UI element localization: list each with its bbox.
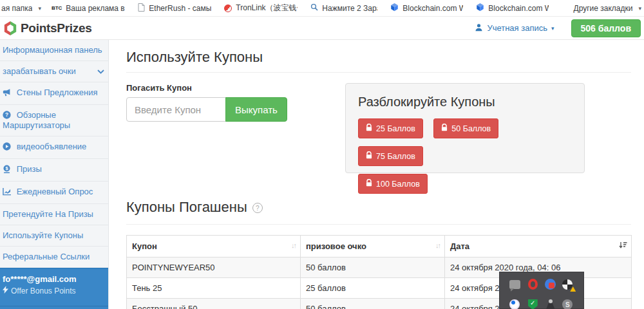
site-navbar: PointsPrizes Учетная запись ▾ 506 баллов bbox=[0, 17, 644, 40]
chevron-down-icon bbox=[97, 67, 104, 76]
sidebar-item-video-ads[interactable]: видеообъявление bbox=[0, 136, 108, 159]
caret-down-icon: ▾ bbox=[38, 5, 41, 12]
tray-pawn-app-icon[interactable] bbox=[545, 299, 556, 309]
svg-text:?: ? bbox=[5, 111, 8, 118]
unlock-75-points-button[interactable]: 75 Баллов bbox=[358, 146, 423, 166]
chart-line-icon bbox=[3, 188, 11, 198]
lock-icon bbox=[366, 179, 372, 189]
sidebar-item-dashboard[interactable]: Информационная панель bbox=[0, 40, 108, 61]
points-balance-badge[interactable]: 506 баллов bbox=[571, 19, 641, 37]
bookmark-etherrush[interactable]: EtherRush - самый bbox=[138, 3, 211, 14]
bookmark-btc-ad[interactable]: BTC Ваша реклама в с bbox=[52, 4, 125, 13]
pointsprizes-hexagon-icon bbox=[3, 21, 17, 36]
bookmark-blockchain-1[interactable]: Blockchain.com Wa bbox=[390, 3, 463, 14]
bookmarks-bar: ая папка ▾ BTC Ваша реклама в с EtherRus… bbox=[0, 0, 644, 17]
sort-icon: ↓↑ bbox=[435, 241, 440, 249]
sidebar: Информационная панель зарабатывать очки … bbox=[0, 40, 109, 309]
sidebar-item-claim-prizes[interactable]: Претендуйте На Призы bbox=[0, 204, 108, 225]
sort-desc-icon bbox=[619, 241, 627, 251]
unlock-50-points-button[interactable]: 50 Баллов bbox=[433, 118, 498, 138]
tray-opera-icon[interactable] bbox=[527, 279, 538, 290]
system-tray-popup: ✓ S bbox=[499, 272, 584, 309]
lock-icon bbox=[441, 124, 448, 133]
bookmark-tronlink[interactable]: TronLink（波宝钱包 bbox=[224, 3, 298, 14]
coupon-input[interactable] bbox=[126, 97, 226, 122]
sort-icon: ↓↑ bbox=[291, 241, 296, 249]
sidebar-item-survey-routers[interactable]: ? Обзорные Маршрутизаторы bbox=[0, 105, 108, 136]
sidebar-item-use-coupons[interactable]: Используйте Купоны bbox=[0, 225, 108, 247]
unlock-coupons-panel: Разблокируйте Купоны 25 Баллов 50 Баллов… bbox=[345, 83, 585, 173]
tray-s-app-icon[interactable]: S bbox=[562, 299, 574, 309]
sidebar-item-prizes[interactable]: $ Призы bbox=[0, 159, 108, 182]
unlock-100-points-button[interactable]: 100 Баллов bbox=[358, 174, 428, 194]
lock-icon bbox=[366, 151, 372, 161]
tray-notes-icon[interactable] bbox=[509, 279, 521, 290]
btc-icon: BTC bbox=[52, 5, 62, 11]
sidebar-item-daily-poll[interactable]: Ежедневный Опрос bbox=[0, 182, 108, 204]
redeem-coupon-label: Погасить Купон bbox=[126, 83, 345, 93]
unlock-coupons-title: Разблокируйте Купоны bbox=[358, 95, 572, 109]
blockchain-cube-icon bbox=[390, 3, 399, 14]
bookmark-click2earn[interactable]: Нажмите 2 Зараб bbox=[310, 3, 377, 13]
brand-logo[interactable]: PointsPrizes bbox=[3, 21, 91, 36]
bolt-icon bbox=[3, 286, 8, 296]
other-bookmarks-button[interactable]: Другие закладки ▾ bbox=[574, 4, 641, 13]
magnifier-icon bbox=[310, 3, 318, 13]
column-header-points[interactable]: призовое очко ↓↑ bbox=[301, 236, 445, 258]
column-header-date[interactable]: Дата bbox=[445, 236, 632, 258]
megaphone-icon bbox=[3, 89, 11, 98]
account-menu[interactable]: Учетная запись ▾ bbox=[475, 23, 554, 33]
bookmark-folder[interactable]: ая папка ▾ bbox=[1, 4, 41, 13]
brand-name: PointsPrizes bbox=[21, 21, 91, 35]
page-icon bbox=[138, 3, 145, 14]
tray-media-player-icon[interactable] bbox=[509, 299, 521, 309]
caret-down-icon: ▾ bbox=[638, 5, 641, 12]
play-circle-icon bbox=[3, 142, 11, 153]
sidebar-item-referral-links[interactable]: Реферальные Ссылки bbox=[0, 247, 108, 268]
account-qq-offer[interactable]: 90******@qq.com Offer Bonus Points bbox=[0, 306, 108, 309]
caret-down-icon: ▾ bbox=[551, 25, 554, 32]
sidebar-accounts: fo*****@gmail.com Offer Bonus Points 90*… bbox=[0, 268, 108, 309]
sidebar-item-earn-points[interactable]: зарабатывать очки bbox=[0, 61, 108, 82]
tray-defender-warning-icon[interactable] bbox=[562, 279, 574, 290]
tronlink-icon bbox=[224, 5, 232, 12]
help-icon[interactable]: ? bbox=[252, 203, 263, 213]
bookmark-blockchain-2[interactable]: Blockchain.com Wa bbox=[476, 3, 549, 14]
page-title: Используйте Купоны bbox=[126, 49, 631, 73]
question-circle-icon: ? bbox=[3, 111, 11, 121]
unlock-25-points-button[interactable]: 25 Баллов bbox=[358, 118, 423, 138]
person-icon bbox=[475, 23, 483, 33]
blockchain-cube-icon bbox=[476, 3, 484, 14]
sidebar-item-offer-walls[interactable]: Стены Предложения bbox=[0, 82, 108, 105]
tray-antivirus-shield-icon[interactable]: ✓ bbox=[527, 299, 538, 309]
redeem-button[interactable]: Выкупать bbox=[225, 97, 287, 122]
column-header-coupon[interactable]: Купон ↓↑ bbox=[127, 236, 301, 258]
account-gmail-offer[interactable]: fo*****@gmail.com Offer Bonus Points bbox=[0, 269, 108, 306]
coin-icon: $ bbox=[3, 165, 11, 175]
lock-icon bbox=[366, 124, 372, 133]
redeemed-coupons-title: Купоны Погашены bbox=[126, 199, 247, 216]
main-content: Используйте Купоны Погасить Купон Выкупа… bbox=[109, 40, 644, 309]
tray-blue-red-app-icon[interactable] bbox=[545, 279, 556, 290]
